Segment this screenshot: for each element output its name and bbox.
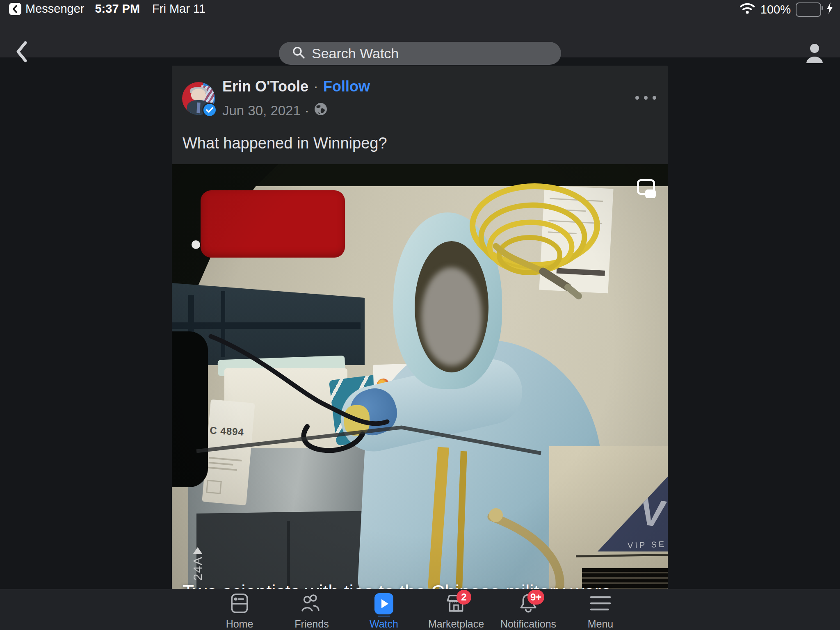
tab-menu-label: Menu: [588, 618, 614, 630]
tab-notifications-label: Notifications: [500, 618, 556, 630]
pip-icon-inner: [645, 189, 656, 198]
frame-marker: 24A: [191, 547, 205, 580]
avatar-face: [191, 89, 206, 101]
friends-icon: [301, 593, 322, 614]
scene-white-box: C 4894: [202, 399, 255, 505]
picture-in-picture-button[interactable]: [637, 179, 656, 198]
globe-privacy-icon: [313, 102, 328, 120]
post-options-button[interactable]: [631, 89, 660, 106]
video-caption: Two scientists with ties to the Chinese …: [183, 581, 667, 589]
post-card: Erin O'Toole · Follow Jun 30, 2021 · Wha…: [172, 66, 668, 589]
tab-friends-label: Friends: [294, 618, 329, 630]
wifi-icon: [739, 2, 756, 17]
scene-wall-sheet: [539, 185, 613, 293]
tab-home-label: Home: [226, 618, 253, 630]
charging-bolt-icon: [826, 2, 833, 17]
active-tab-indicator: [378, 616, 390, 616]
search-bar[interactable]: [279, 42, 561, 65]
author-name[interactable]: Erin O'Toole: [222, 78, 308, 95]
search-input[interactable]: [311, 45, 542, 62]
profile-button[interactable]: [805, 41, 824, 64]
tab-marketplace-label: Marketplace: [428, 618, 484, 630]
post-text: What happened in Winnipeg?: [183, 135, 654, 152]
messenger-back-icon: [9, 3, 21, 15]
tab-menu[interactable]: Menu: [564, 589, 637, 630]
verified-badge-icon: [202, 103, 217, 117]
blacked-out-overlay: [172, 331, 208, 487]
tab-home[interactable]: Home: [203, 589, 276, 630]
separator-dot: ·: [305, 103, 309, 119]
profile-icon: [805, 43, 824, 64]
search-icon: [292, 46, 305, 61]
battery-percent: 100%: [760, 3, 791, 16]
home-icon: [230, 593, 249, 614]
clock-time: 5:37 PM: [95, 2, 140, 16]
tab-notifications[interactable]: 9+ Notifications: [492, 589, 564, 630]
back-app-label: Messenger: [25, 2, 84, 16]
clock-date: Fri Mar 11: [152, 2, 205, 16]
back-button[interactable]: [15, 40, 30, 63]
scene-pipette: [344, 405, 370, 436]
tab-friends[interactable]: Friends: [276, 589, 348, 630]
scene-blurred-face: [421, 267, 482, 366]
marker-triangle-icon: [193, 547, 202, 554]
notifications-bell-icon: 9+: [518, 593, 538, 614]
tab-watch-label: Watch: [370, 618, 398, 630]
bottom-tab-bar: Home Friends Watch 2: [0, 589, 840, 630]
tab-watch[interactable]: Watch: [348, 589, 420, 630]
watch-icon: [374, 593, 393, 614]
avatar-tie: [196, 103, 200, 113]
battery-icon: [796, 2, 821, 17]
marker-text: 24A: [191, 556, 205, 580]
watch-nav-bar: [0, 16, 840, 57]
freezer-label: VIP SE: [628, 539, 667, 550]
notifications-badge: 9+: [527, 590, 544, 605]
status-bar: Messenger 5:37 PM Fri Mar 11 100%: [0, 0, 840, 16]
marketplace-icon: 2: [446, 593, 466, 614]
marketplace-badge: 2: [457, 590, 471, 605]
follow-button[interactable]: Follow: [323, 78, 370, 95]
video-player[interactable]: C 4894 BD: [172, 164, 668, 589]
separator-dot: ·: [313, 78, 318, 95]
scene-white-dot: [192, 240, 200, 249]
top-bars: Messenger 5:37 PM Fri Mar 11 100%: [0, 0, 840, 57]
post-date: Jun 30, 2021: [222, 103, 301, 119]
scene-box-label: C 4894: [210, 425, 244, 438]
red-redaction-overlay: [201, 190, 345, 258]
scene-hood-valve: [499, 258, 508, 267]
tab-marketplace[interactable]: 2 Marketplace: [420, 589, 492, 630]
menu-icon: [589, 593, 612, 613]
back-to-messenger-breadcrumb[interactable]: Messenger: [9, 2, 84, 16]
